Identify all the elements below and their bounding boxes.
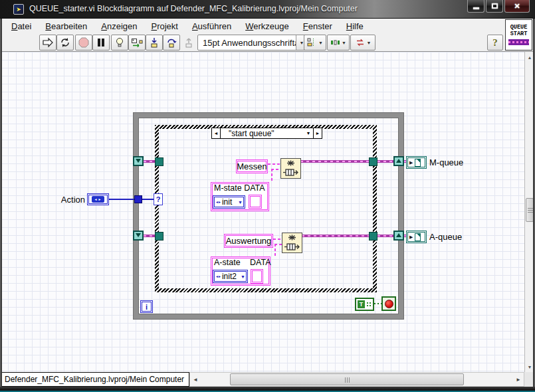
loop-condition-terminal[interactable] [381, 296, 396, 311]
iteration-i-icon: i [146, 303, 148, 311]
retain-wire-values-button[interactable] [128, 35, 146, 50]
vi-icon-line1: QUEUE [510, 25, 528, 31]
distribute-objects-button[interactable]: ▼ [327, 35, 350, 50]
case-dropdown[interactable]: ▼ [304, 128, 313, 138]
vi-icon-pane[interactable]: QUEUE START [505, 19, 532, 50]
shift-register-up-icon [396, 233, 401, 237]
up-arrow-icon: ▲ [528, 55, 532, 60]
m-data-string-constant[interactable] [249, 195, 262, 209]
abort-button[interactable] [75, 35, 92, 50]
chevron-down-icon: ▼ [306, 131, 311, 136]
status-row: Defender_MFC_Kalibrierung.lvproj/Mein Co… [0, 372, 535, 387]
scroll-left-button[interactable]: ◄ [190, 373, 201, 386]
obtain-queue-function-1[interactable] [280, 158, 301, 179]
case-next-arrow[interactable]: ► [313, 128, 322, 138]
left-arrow-icon: ◄ [193, 377, 198, 383]
chevron-down-icon: ▼ [318, 41, 323, 45]
menu-bearbeiten[interactable]: Bearbeiten [45, 21, 87, 31]
pause-button[interactable] [92, 35, 110, 50]
block-diagram-canvas[interactable]: ◄ "start queue" ▼ ► Action ◄► [0, 52, 535, 372]
menu-ausfuehren[interactable]: Ausführen [192, 21, 231, 31]
string-wire [271, 169, 280, 170]
title-bar: ➤ QUEUE_starter.vi Blockdiagramm auf Def… [0, 0, 535, 19]
run-continuously-icon [59, 37, 71, 48]
menu-datei[interactable]: Datei [11, 21, 31, 31]
close-button[interactable]: ✕ [504, 0, 530, 13]
labview-app-icon: ➤ [13, 4, 24, 15]
stop-icon [385, 300, 393, 308]
obtain-queue-function-2[interactable] [282, 233, 302, 253]
pause-icon [96, 38, 106, 47]
font-selector[interactable]: 15pt Anwendungsschriftart ▼ [197, 35, 308, 50]
messen-string-constant[interactable]: Messen [236, 159, 268, 173]
m-enum-value: init [222, 197, 232, 207]
run-icon [42, 37, 54, 48]
align-objects-button[interactable]: ▼ [304, 35, 326, 50]
reorder-button[interactable]: ▼ [350, 35, 375, 50]
case-tunnel-right-2[interactable] [369, 232, 377, 241]
string-wire [274, 244, 276, 257]
scroll-right-button[interactable]: ► [513, 373, 524, 386]
loop-tunnel-action[interactable] [134, 195, 142, 203]
a-state-enum-constant[interactable]: ◄► init2 ▼ [213, 270, 248, 283]
case-tunnel-right-1[interactable] [369, 157, 377, 166]
case-tunnel-left-1[interactable] [155, 157, 163, 166]
a-data-label: DATA [250, 258, 270, 267]
maximize-button[interactable] [486, 0, 503, 13]
menu-fenster[interactable]: Fenster [303, 21, 332, 31]
shift-register-left-1[interactable] [133, 156, 144, 166]
a-queue-indicator-terminal[interactable]: ▶ [406, 231, 427, 243]
case-selector-terminal[interactable]: ? [154, 193, 163, 205]
true-boolean-constant[interactable]: T [355, 298, 374, 311]
toolbar: 15pt Anwendungsschriftart ▼ ▼ ▼ ▼ ? [0, 33, 535, 52]
iteration-terminal[interactable]: i [140, 300, 153, 313]
menu-anzeigen[interactable]: Anzeigen [101, 21, 137, 31]
queue-wire [377, 235, 393, 237]
true-value: T [358, 300, 365, 308]
m-state-enum-constant[interactable]: ◄► init ▼ [213, 195, 245, 209]
minimize-button[interactable] [467, 0, 484, 13]
run-continuously-button[interactable] [56, 35, 74, 50]
scroll-grip-icon [345, 377, 346, 383]
a-data-string-constant[interactable] [251, 269, 263, 284]
step-out-button[interactable] [180, 35, 197, 50]
action-control-label: Action [56, 195, 85, 205]
menu-projekt[interactable]: Projekt [151, 21, 177, 31]
obtain-queue-icon [282, 159, 299, 177]
menu-werkzeuge[interactable]: Werkzeuge [245, 21, 289, 31]
shift-register-left-2[interactable] [133, 231, 144, 241]
vertical-scrollbar[interactable]: ▲ ▼ [524, 52, 534, 372]
menu-hilfe[interactable]: Hilfe [346, 21, 364, 31]
align-objects-icon [307, 38, 317, 47]
execution-target-selector[interactable]: Defender_MFC_Kalibrierung.lvproj/Mein Co… [1, 372, 189, 387]
highlight-execution-button[interactable] [111, 35, 128, 50]
case-tunnel-left-2[interactable] [155, 232, 163, 241]
boolean-wire [374, 303, 381, 304]
step-into-icon [149, 37, 160, 48]
action-enum-control-terminal[interactable]: ◄► [87, 193, 109, 205]
run-button[interactable] [39, 35, 56, 50]
enum-terminal-icon: ◄► [92, 196, 104, 203]
context-help-button[interactable]: ? [487, 35, 503, 50]
case-prev-arrow[interactable]: ◄ [212, 128, 221, 138]
shift-register-up-icon [396, 159, 401, 163]
enum-increment-icon: ◄► [215, 274, 221, 278]
right-arrow-icon: ► [316, 131, 320, 136]
horizontal-scroll-thumb[interactable] [230, 373, 464, 385]
boolean-constant-marks-icon [366, 302, 372, 307]
case-selector-value[interactable]: "start queue" [221, 128, 304, 138]
horizontal-scrollbar[interactable]: ◄ ► [189, 372, 524, 387]
string-wire [271, 169, 272, 183]
shift-register-right-2[interactable] [393, 231, 404, 241]
shift-register-right-1[interactable] [393, 156, 404, 166]
step-into-button[interactable] [146, 35, 163, 50]
window-frame-bottom [0, 387, 535, 392]
a-state-label: A-state [214, 258, 241, 267]
refnum-page-icon [415, 159, 421, 167]
auswertung-string-constant[interactable]: Auswertung [224, 234, 273, 248]
retain-wire-values-icon [131, 37, 143, 48]
queue-wire [144, 160, 155, 163]
step-over-button[interactable] [163, 35, 180, 50]
a-enum-value: init2 [222, 272, 237, 281]
m-queue-indicator-terminal[interactable]: ▶ [406, 156, 427, 169]
